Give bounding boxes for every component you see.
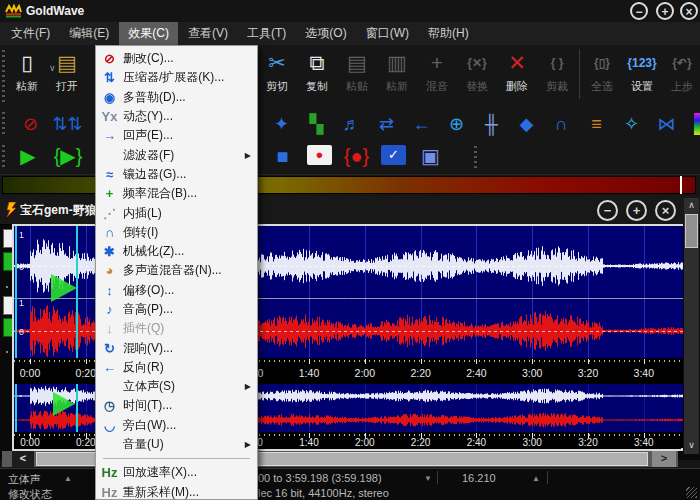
spectrum-icon[interactable]: ◆ bbox=[509, 110, 544, 138]
cut-button-icon: ✂ bbox=[268, 49, 286, 77]
menu-item-label: 倒转(I) bbox=[123, 224, 257, 241]
play-marker-main[interactable] bbox=[51, 274, 77, 302]
menu-item-dynamics[interactable]: Yx动态(Y)... bbox=[96, 107, 257, 126]
menubar-item-7[interactable]: 帮助(H) bbox=[419, 22, 478, 45]
vertical-scrollbar-thumb[interactable] bbox=[685, 214, 698, 248]
selection-arrow-icon[interactable]: ▼ bbox=[424, 474, 432, 483]
menu-item-flanger[interactable]: ≈镶边器(G)... bbox=[96, 165, 257, 184]
mix-button[interactable]: +混音 bbox=[417, 45, 457, 94]
toolbar-gripper[interactable] bbox=[2, 50, 5, 103]
control-window-icon[interactable]: ▣ bbox=[412, 141, 449, 171]
clipped-toolbar-icon[interactable] bbox=[694, 113, 700, 135]
monitor-check-icon[interactable]: ✓ bbox=[381, 145, 406, 165]
window-maximize-button[interactable]: + bbox=[626, 200, 647, 221]
menu-item-filter[interactable]: 滤波器(F)▶ bbox=[96, 145, 257, 164]
menu-item-resample[interactable]: Hz重新采样(M)... bbox=[96, 483, 257, 500]
scroll-down-icon[interactable]: ∨ bbox=[684, 438, 699, 453]
menu-item-doppler[interactable]: ◉多普勒(D)... bbox=[96, 88, 257, 107]
minimize-button[interactable]: − bbox=[630, 2, 648, 20]
menubar-item-4[interactable]: 工具(T) bbox=[238, 22, 295, 45]
menu-item-time[interactable]: ◷时间(T)... bbox=[96, 396, 257, 415]
copy-button[interactable]: ⧉复制 bbox=[297, 45, 337, 94]
select-all-button[interactable]: {▯}全选 bbox=[582, 45, 622, 94]
timeline-major-tick bbox=[421, 359, 422, 364]
resize-grip[interactable] bbox=[686, 487, 697, 498]
menu-item-stereo[interactable]: 立体声(S)▶ bbox=[96, 377, 257, 396]
position-value[interactable]: 16.210 bbox=[462, 472, 496, 484]
window-close-button[interactable]: × bbox=[655, 200, 676, 221]
scroll-right-icon[interactable]: > bbox=[652, 451, 676, 467]
echo-icon[interactable]: ⇄ bbox=[369, 110, 404, 138]
menu-item-frequency-blend[interactable]: +频率混合(B)... bbox=[96, 184, 257, 203]
menu-item-compressor-expander[interactable]: ⇅压缩器/扩展器(K)... bbox=[96, 68, 257, 87]
window-minimize-button[interactable]: − bbox=[597, 200, 618, 221]
set-selection-button[interactable]: {123}设置 bbox=[622, 45, 662, 94]
new-button[interactable]: ▯粘新 bbox=[7, 45, 47, 94]
menu-item-reverse[interactable]: ←反向(R) bbox=[96, 358, 257, 377]
menu-item-echo[interactable]: →回声(E)... bbox=[96, 126, 257, 145]
selection-range[interactable]: 00 to 3:59.198 (3:59.198) bbox=[258, 472, 382, 484]
menubar-item-0[interactable]: 文件(F) bbox=[2, 22, 59, 45]
undo-step-button[interactable]: {↶}上步 bbox=[662, 45, 700, 94]
vertical-scrollbar[interactable]: ∧ ∨ bbox=[684, 198, 699, 454]
menu-item-interpolate[interactable]: ⋰内插(L) bbox=[96, 203, 257, 222]
cut-button[interactable]: ✂剪切 bbox=[257, 45, 297, 94]
paste-new-button[interactable]: ▥粘新 bbox=[377, 45, 417, 94]
menu-item-offset[interactable]: ↕偏移(O)... bbox=[96, 281, 257, 300]
offset-icon[interactable]: ⊕ bbox=[439, 110, 474, 138]
menu-item-mechanize[interactable]: ✱机械化(Z)... bbox=[96, 242, 257, 261]
position-arrow-icon[interactable]: ▲ bbox=[532, 474, 540, 483]
rainbow-eq-icon[interactable]: ≡ bbox=[579, 110, 614, 138]
mixer-icon[interactable]: ▚ bbox=[299, 110, 334, 138]
toolbar-gripper[interactable] bbox=[2, 145, 5, 169]
scroll-up-icon[interactable]: ∧ bbox=[684, 198, 699, 213]
toolbar-gripper[interactable] bbox=[2, 112, 5, 136]
menu-item-modify[interactable]: ⊘删改(C)... bbox=[96, 49, 257, 68]
channel-mode-arrow-icon[interactable]: ▲ bbox=[64, 474, 72, 483]
reverse-icon[interactable]: ← bbox=[404, 110, 439, 138]
sparkle-icon[interactable]: ✧ bbox=[614, 110, 649, 138]
toolbar-button-label: 粘贴 bbox=[346, 79, 368, 94]
record-button[interactable]: ● bbox=[307, 145, 332, 165]
pitch-icon[interactable]: ♬ bbox=[334, 110, 369, 138]
play-selection-button[interactable]: {▶} bbox=[48, 141, 88, 171]
paste-button[interactable]: ▤粘贴 bbox=[337, 45, 377, 94]
menubar-item-1[interactable]: 编辑(E) bbox=[60, 22, 118, 45]
record-selection-button[interactable]: {●} bbox=[338, 141, 375, 171]
channel-mode-selector[interactable]: 立体声 bbox=[8, 472, 41, 487]
disable-gate-icon[interactable]: ⊘ bbox=[12, 110, 49, 138]
menu-item-plugin[interactable]: ↓插件(Q) bbox=[96, 319, 257, 338]
menu-item-playback-rate[interactable]: Hz回放速率(X)... bbox=[96, 463, 257, 482]
close-button[interactable]: × bbox=[680, 2, 698, 20]
menu-item-plugin-icon: ↓ bbox=[96, 319, 123, 338]
replace-button[interactable]: {✕}替换 bbox=[457, 45, 497, 94]
trim-button[interactable]: { }剪裁 bbox=[537, 45, 577, 94]
toolbar-button-label: 替换 bbox=[466, 79, 488, 94]
menu-item-voice-over[interactable]: ◡旁白(W)... bbox=[96, 416, 257, 435]
stop-button[interactable]: ■ bbox=[264, 141, 301, 171]
menubar-item-2[interactable]: 效果(C) bbox=[119, 22, 178, 45]
noise-reduction-icon[interactable]: ⋈ bbox=[649, 110, 684, 138]
menubar-item-6[interactable]: 窗口(W) bbox=[357, 22, 418, 45]
eq-sliders-icon[interactable]: ╫ bbox=[474, 110, 509, 138]
filter-arch-icon[interactable]: ∩ bbox=[544, 110, 579, 138]
menu-item-label: 音量(U) bbox=[123, 436, 245, 453]
compressor-icon[interactable]: ⇅⇅ bbox=[49, 110, 86, 138]
menu-item-modify-icon: ⊘ bbox=[96, 49, 123, 68]
delete-button[interactable]: ✕删除 bbox=[497, 45, 537, 94]
menu-item-volume[interactable]: 音量(U)▶ bbox=[96, 435, 257, 454]
maximize-button[interactable]: + bbox=[656, 2, 674, 20]
play-button[interactable]: ▶ bbox=[8, 141, 48, 171]
scroll-left-icon[interactable]: < bbox=[12, 451, 34, 467]
copy-button-icon: ⧉ bbox=[310, 49, 325, 77]
menubar-item-5[interactable]: 选项(O) bbox=[296, 22, 355, 45]
toolbar-gripper[interactable] bbox=[474, 146, 477, 168]
play-marker-overview[interactable] bbox=[53, 392, 75, 416]
menu-item-pitch[interactable]: ♪音高(P)... bbox=[96, 300, 257, 319]
doppler-icon[interactable]: ✦ bbox=[264, 110, 299, 138]
menubar-item-3[interactable]: 查看(V) bbox=[179, 22, 237, 45]
menu-item-invert[interactable]: ∩倒转(I) bbox=[96, 223, 257, 242]
menu-item-reverb[interactable]: ↻混响(V)... bbox=[96, 338, 257, 357]
menu-item-multichannel-mixer[interactable]: ◕多声道混音器(N)... bbox=[96, 261, 257, 280]
new-dropdown-caret-icon[interactable]: ∨ bbox=[49, 63, 56, 73]
